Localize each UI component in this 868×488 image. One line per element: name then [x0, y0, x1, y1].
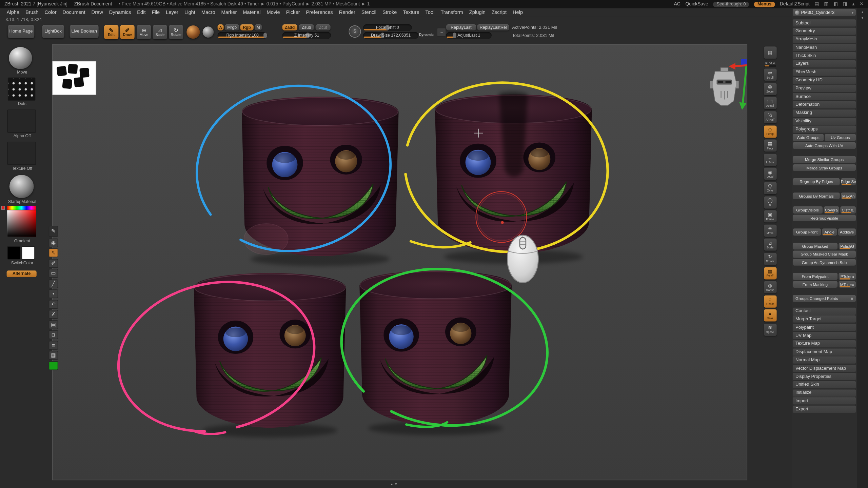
rect-tool-icon[interactable]: ▭ [49, 269, 58, 278]
max-angle-slider[interactable]: MaxAn [841, 192, 856, 199]
green-swatch-icon[interactable] [49, 361, 58, 370]
window-icon-4[interactable]: ◨ [843, 2, 847, 6]
menu-preferences[interactable]: Preferences [306, 10, 333, 15]
menu-help[interactable]: Help [513, 10, 523, 15]
merge-similar-groups-button[interactable]: Merge Similar Groups [793, 156, 856, 163]
menu-stencil[interactable]: Stencil [361, 10, 376, 15]
menu-dynamics[interactable]: Dynamics [109, 10, 131, 15]
close-icon[interactable]: ✕ [860, 2, 864, 6]
lasso-icon[interactable]: ~ [437, 28, 446, 37]
replay-last-rel-button[interactable]: ReplayLastRel [477, 24, 509, 30]
aahalf-button[interactable]: ½AAHalf [764, 111, 776, 123]
palette-surface[interactable]: Surface [793, 93, 856, 100]
see-through-slider[interactable]: See-through: 0 [713, 1, 749, 7]
menu-alpha[interactable]: Alpha [7, 10, 20, 15]
hue-strip[interactable] [7, 206, 36, 209]
stroke-curve-widget[interactable]: S [349, 25, 361, 38]
auto-groups-button[interactable]: Auto Groups [793, 134, 824, 141]
regroup-visible-button[interactable]: ReGroupVisible [793, 215, 856, 221]
scroll-down-icon[interactable]: ▾ [395, 482, 397, 486]
zadd-button[interactable]: Zadd [282, 24, 297, 30]
menu-zplugin[interactable]: Zplugin [469, 10, 486, 15]
replay-last-button[interactable]: ReplayLast [446, 24, 476, 30]
note-icon[interactable]: ≡ [49, 341, 58, 349]
cylinder-model-top-right[interactable] [435, 92, 592, 264]
zbrush-head-widget[interactable] [710, 67, 739, 105]
zoom-button[interactable]: ◎Zoom [764, 83, 776, 95]
palette-masking[interactable]: Masking [793, 109, 856, 117]
adjust-last-slider[interactable]: AdjustLast 1 [446, 32, 492, 39]
menu-zscript[interactable]: Zscript [492, 10, 507, 15]
polypaint-tolerance-slider[interactable]: PTolera [839, 273, 856, 280]
polish-groups-slider[interactable]: PolishG [839, 243, 856, 250]
additive-toggle[interactable]: Additive [838, 229, 856, 236]
groups-by-normals-button[interactable]: Groups By Normals [793, 192, 840, 199]
focal-shift-slider[interactable]: Focal Shift 0 [363, 24, 412, 31]
saturation-value-picker[interactable] [7, 210, 36, 237]
polyframe-button[interactable]: ▦PolyF [764, 267, 776, 279]
palette-export[interactable]: Export [793, 406, 856, 413]
lightbox-button[interactable]: LightBox [42, 25, 64, 38]
stroke-thumbnail[interactable] [9, 47, 32, 69]
window-icon-3[interactable]: ◧ [833, 2, 838, 6]
uv-groups-button[interactable]: Uv Groups [825, 134, 856, 141]
qxyz-button[interactable]: QQxyz [764, 182, 776, 194]
palette-deformation[interactable]: Deformation [793, 101, 856, 108]
canvas-scroll-arrows[interactable]: ▴ ▾ [391, 482, 397, 486]
panel-scroll-down-icon[interactable]: ▾ [862, 16, 864, 19]
scale-button[interactable]: ⊿ Scale [153, 25, 167, 39]
palette-geometry-hd[interactable]: Geometry HD [793, 77, 856, 84]
lsym-button[interactable]: ↔L.Sym [764, 154, 776, 166]
select-cursor-icon[interactable]: ↖ [49, 248, 58, 257]
dynamic-label[interactable]: Dynamic [419, 33, 434, 37]
menu-macro[interactable]: Macro [201, 10, 215, 15]
color-picker-icon[interactable]: ✎ [49, 226, 58, 237]
panel-scroll-up-icon[interactable]: ▴ [862, 10, 864, 14]
palette-arraymesh[interactable]: ArrayMesh [793, 36, 856, 43]
edge-smoothness-slider[interactable]: Edge Se [841, 178, 856, 185]
visibility-eye-icon[interactable]: ◉ [49, 238, 58, 247]
main-color-swatch[interactable] [7, 246, 20, 260]
palette-preview[interactable]: Preview [793, 85, 856, 92]
menu-render[interactable]: Render [339, 10, 355, 15]
quicksave-button[interactable]: QuickSave [686, 2, 708, 6]
alpha-dots-thumbnail[interactable] [8, 78, 36, 101]
menu-tool[interactable]: Tool [426, 10, 435, 15]
palette-contact[interactable]: Contact [793, 307, 856, 314]
angle-slider[interactable]: Angle [822, 229, 837, 236]
home-page-button[interactable]: Home Page [8, 25, 34, 38]
palette-polygroups-header[interactable]: Polygroups [793, 126, 856, 133]
menu-document[interactable]: Document [63, 10, 85, 15]
masking-tolerance-slider[interactable]: MTolera [839, 281, 856, 288]
zcut-button[interactable]: Zcut [316, 24, 331, 30]
auto-groups-with-uv-button[interactable]: Auto Groups With UV [793, 142, 856, 149]
palette-import[interactable]: Import [793, 398, 856, 405]
group-front-button[interactable]: Group Front [793, 229, 821, 236]
regroup-by-edges-button[interactable]: Regroup By Edges [793, 178, 840, 185]
palette-texture-map[interactable]: Texture Map [793, 340, 856, 347]
floor-button[interactable]: ▦Floor [764, 140, 776, 152]
palette-uv-map[interactable]: UV Map [793, 332, 856, 339]
menu-draw[interactable]: Draw [92, 10, 103, 15]
menu-texture[interactable]: Texture [403, 10, 419, 15]
menu-brush[interactable]: Brush [25, 10, 38, 15]
current-texture-sphere[interactable] [203, 26, 214, 38]
menus-button[interactable]: Menus [754, 1, 775, 7]
palette-display-properties[interactable]: Display Properties [793, 373, 856, 380]
menu-movie[interactable]: Movie [267, 10, 280, 15]
draw-size-slider[interactable]: Draw Size 172.05351 [363, 32, 418, 39]
actual-button[interactable]: 1:1Actual [764, 97, 776, 109]
default-zscript-button[interactable]: DefaultZScript [780, 2, 810, 6]
palette-thick-skin[interactable]: Thick Skin [793, 52, 856, 59]
nav-move-button[interactable]: ⊕Move [764, 224, 776, 237]
switch-color-swatch[interactable] [22, 246, 35, 260]
menu-stroke[interactable]: Stroke [382, 10, 397, 15]
rgb-intensity-slider[interactable]: Rgb Intensity 100 [218, 32, 268, 39]
ac-button[interactable]: AC [674, 2, 680, 6]
scroll-button[interactable]: ⇄Scroll [764, 69, 776, 81]
menu-transform[interactable]: Transform [440, 10, 463, 15]
menu-material[interactable]: Material [243, 10, 260, 15]
palette-unified-skin[interactable]: Unified Skin [793, 381, 856, 388]
group-masked-clear-mask-button[interactable]: Group Masked Clear Mask [793, 251, 856, 258]
palette-polypaint[interactable]: Polypaint [793, 324, 856, 331]
